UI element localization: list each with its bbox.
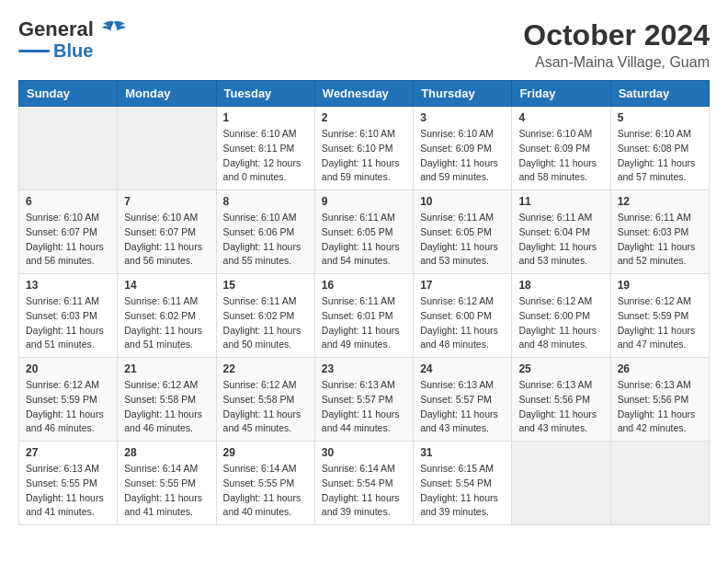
day-number: 17 (420, 279, 505, 292)
day-info: Sunrise: 6:11 AMSunset: 6:04 PMDaylight:… (518, 211, 603, 269)
calendar-cell: 3Sunrise: 6:10 AMSunset: 6:09 PMDaylight… (414, 107, 512, 190)
day-info: Sunrise: 6:10 AMSunset: 6:09 PMDaylight:… (420, 127, 505, 185)
logo-bird-icon (101, 20, 127, 40)
calendar-cell: 16Sunrise: 6:11 AMSunset: 6:01 PMDayligh… (314, 274, 413, 358)
day-info: Sunrise: 6:13 AMSunset: 5:56 PMDaylight:… (618, 378, 702, 436)
calendar-header-thursday: Thursday (414, 81, 512, 107)
calendar-cell: 12Sunrise: 6:11 AMSunset: 6:03 PMDayligh… (610, 190, 709, 274)
day-number: 18 (518, 279, 603, 292)
calendar-week-2: 6Sunrise: 6:10 AMSunset: 6:07 PMDaylight… (19, 190, 710, 274)
calendar-cell: 20Sunrise: 6:12 AMSunset: 5:59 PMDayligh… (19, 358, 118, 442)
day-info: Sunrise: 6:12 AMSunset: 5:58 PMDaylight:… (124, 378, 209, 436)
calendar-header-tuesday: Tuesday (216, 81, 314, 107)
calendar-cell: 24Sunrise: 6:13 AMSunset: 5:57 PMDayligh… (414, 358, 512, 442)
day-number: 31 (420, 446, 505, 459)
day-info: Sunrise: 6:12 AMSunset: 5:59 PMDaylight:… (26, 378, 110, 436)
calendar-cell: 13Sunrise: 6:11 AMSunset: 6:03 PMDayligh… (19, 274, 118, 358)
day-info: Sunrise: 6:11 AMSunset: 6:05 PMDaylight:… (322, 211, 406, 269)
day-number: 22 (223, 362, 308, 375)
day-info: Sunrise: 6:12 AMSunset: 6:00 PMDaylight:… (420, 294, 505, 352)
calendar-header-wednesday: Wednesday (314, 81, 413, 107)
day-info: Sunrise: 6:12 AMSunset: 5:58 PMDaylight:… (223, 378, 308, 436)
title-section: October 2024 Asan-Maina Village, Guam (523, 18, 710, 71)
day-number: 4 (518, 111, 603, 124)
calendar-week-1: 1Sunrise: 6:10 AMSunset: 6:11 PMDaylight… (19, 107, 710, 190)
day-info: Sunrise: 6:11 AMSunset: 6:01 PMDaylight:… (322, 294, 406, 352)
day-number: 7 (124, 195, 209, 208)
day-number: 29 (223, 446, 308, 459)
calendar-cell: 10Sunrise: 6:11 AMSunset: 6:05 PMDayligh… (414, 190, 512, 274)
calendar-week-3: 13Sunrise: 6:11 AMSunset: 6:03 PMDayligh… (19, 274, 710, 358)
day-info: Sunrise: 6:12 AMSunset: 6:00 PMDaylight:… (518, 294, 603, 352)
day-info: Sunrise: 6:14 AMSunset: 5:55 PMDaylight:… (223, 462, 308, 520)
calendar-cell: 4Sunrise: 6:10 AMSunset: 6:09 PMDaylight… (512, 107, 610, 190)
day-info: Sunrise: 6:14 AMSunset: 5:55 PMDaylight:… (124, 462, 209, 520)
day-info: Sunrise: 6:10 AMSunset: 6:09 PMDaylight:… (518, 127, 603, 185)
day-info: Sunrise: 6:13 AMSunset: 5:55 PMDaylight:… (26, 462, 110, 520)
logo: General Blue (18, 18, 127, 61)
day-number: 20 (26, 362, 110, 375)
calendar-cell: 8Sunrise: 6:10 AMSunset: 6:06 PMDaylight… (216, 190, 314, 274)
day-info: Sunrise: 6:13 AMSunset: 5:57 PMDaylight:… (322, 378, 406, 436)
day-info: Sunrise: 6:10 AMSunset: 6:06 PMDaylight:… (223, 211, 308, 269)
calendar-cell: 2Sunrise: 6:10 AMSunset: 6:10 PMDaylight… (314, 107, 413, 190)
day-number: 25 (518, 362, 603, 375)
calendar-week-5: 27Sunrise: 6:13 AMSunset: 5:55 PMDayligh… (19, 442, 710, 525)
calendar-cell: 31Sunrise: 6:15 AMSunset: 5:54 PMDayligh… (414, 442, 512, 525)
day-number: 13 (26, 279, 110, 292)
calendar-cell: 9Sunrise: 6:11 AMSunset: 6:05 PMDaylight… (314, 190, 413, 274)
calendar-cell: 27Sunrise: 6:13 AMSunset: 5:55 PMDayligh… (19, 442, 118, 525)
calendar-table: SundayMondayTuesdayWednesdayThursdayFrid… (18, 80, 710, 525)
day-info: Sunrise: 6:13 AMSunset: 5:56 PMDaylight:… (518, 378, 603, 436)
day-info: Sunrise: 6:13 AMSunset: 5:57 PMDaylight:… (420, 378, 505, 436)
calendar-cell: 28Sunrise: 6:14 AMSunset: 5:55 PMDayligh… (118, 442, 216, 525)
day-info: Sunrise: 6:10 AMSunset: 6:10 PMDaylight:… (322, 127, 406, 185)
logo-general: General (18, 17, 94, 40)
day-number: 19 (618, 279, 702, 292)
day-info: Sunrise: 6:15 AMSunset: 5:54 PMDaylight:… (420, 462, 505, 520)
day-info: Sunrise: 6:12 AMSunset: 5:59 PMDaylight:… (618, 294, 702, 352)
calendar-cell: 29Sunrise: 6:14 AMSunset: 5:55 PMDayligh… (216, 442, 314, 525)
day-info: Sunrise: 6:10 AMSunset: 6:11 PMDaylight:… (223, 127, 308, 185)
calendar-cell: 30Sunrise: 6:14 AMSunset: 5:54 PMDayligh… (314, 442, 413, 525)
day-number: 16 (322, 279, 406, 292)
day-info: Sunrise: 6:11 AMSunset: 6:02 PMDaylight:… (124, 294, 209, 352)
day-number: 5 (618, 111, 702, 124)
calendar-cell: 6Sunrise: 6:10 AMSunset: 6:07 PMDaylight… (19, 190, 118, 274)
day-info: Sunrise: 6:14 AMSunset: 5:54 PMDaylight:… (322, 462, 406, 520)
day-number: 11 (518, 195, 603, 208)
page-header: General Blue October 2024 Asan-Maina Vil… (18, 18, 710, 71)
month-title: October 2024 (523, 18, 710, 52)
day-number: 14 (124, 279, 209, 292)
day-number: 15 (223, 279, 308, 292)
calendar-cell: 15Sunrise: 6:11 AMSunset: 6:02 PMDayligh… (216, 274, 314, 358)
calendar-cell: 5Sunrise: 6:10 AMSunset: 6:08 PMDaylight… (610, 107, 709, 190)
calendar-cell: 19Sunrise: 6:12 AMSunset: 5:59 PMDayligh… (610, 274, 709, 358)
day-number: 1 (223, 111, 308, 124)
day-number: 9 (322, 195, 406, 208)
day-number: 10 (420, 195, 505, 208)
day-number: 24 (420, 362, 505, 375)
calendar-cell: 26Sunrise: 6:13 AMSunset: 5:56 PMDayligh… (610, 358, 709, 442)
location-title: Asan-Maina Village, Guam (523, 54, 710, 71)
calendar-header-monday: Monday (118, 81, 216, 107)
calendar-cell (19, 107, 118, 190)
calendar-cell: 21Sunrise: 6:12 AMSunset: 5:58 PMDayligh… (118, 358, 216, 442)
calendar-week-4: 20Sunrise: 6:12 AMSunset: 5:59 PMDayligh… (19, 358, 710, 442)
calendar-cell: 7Sunrise: 6:10 AMSunset: 6:07 PMDaylight… (118, 190, 216, 274)
day-info: Sunrise: 6:10 AMSunset: 6:07 PMDaylight:… (124, 211, 209, 269)
logo-text: General (18, 18, 127, 40)
calendar-cell: 18Sunrise: 6:12 AMSunset: 6:00 PMDayligh… (512, 274, 610, 358)
day-info: Sunrise: 6:11 AMSunset: 6:02 PMDaylight:… (223, 294, 308, 352)
calendar-cell: 1Sunrise: 6:10 AMSunset: 6:11 PMDaylight… (216, 107, 314, 190)
day-number: 30 (322, 446, 406, 459)
calendar-cell: 22Sunrise: 6:12 AMSunset: 5:58 PMDayligh… (216, 358, 314, 442)
day-info: Sunrise: 6:10 AMSunset: 6:07 PMDaylight:… (26, 211, 110, 269)
calendar-cell: 14Sunrise: 6:11 AMSunset: 6:02 PMDayligh… (118, 274, 216, 358)
day-number: 12 (618, 195, 702, 208)
calendar-cell (610, 442, 709, 525)
day-info: Sunrise: 6:11 AMSunset: 6:05 PMDaylight:… (420, 211, 505, 269)
day-number: 26 (618, 362, 702, 375)
calendar-header-row: SundayMondayTuesdayWednesdayThursdayFrid… (19, 81, 710, 107)
day-info: Sunrise: 6:10 AMSunset: 6:08 PMDaylight:… (618, 127, 702, 185)
